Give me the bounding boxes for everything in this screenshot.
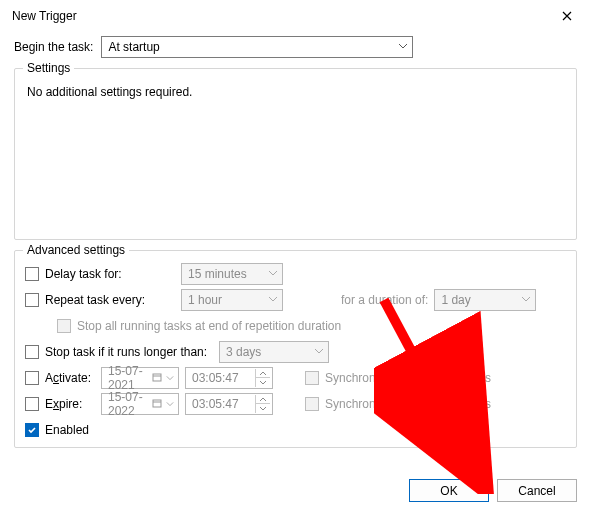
stop-longer-combo[interactable]: 3 days	[219, 341, 329, 363]
repeat-task-combo[interactable]: 1 hour	[181, 289, 283, 311]
activate-time[interactable]: 03:05:47	[185, 367, 273, 389]
enabled-checkbox[interactable]	[25, 423, 39, 437]
close-icon	[562, 11, 572, 21]
settings-message: No additional settings required.	[27, 85, 566, 99]
delay-task-value: 15 minutes	[188, 267, 247, 281]
chevron-down-icon	[164, 397, 174, 411]
chevron-down-icon	[521, 294, 531, 304]
spin-down-icon[interactable]	[256, 378, 270, 387]
advanced-settings-group: Advanced settings Delay task for: 15 min…	[14, 250, 577, 448]
stop-all-checkbox	[57, 319, 71, 333]
svg-rect-0	[153, 374, 161, 381]
spin-up-icon[interactable]	[256, 369, 270, 378]
stop-longer-checkbox[interactable]	[25, 345, 39, 359]
expire-sync-label: Synchronize across time zones	[325, 397, 491, 411]
stop-longer-value: 3 days	[226, 345, 261, 359]
calendar-icon	[152, 397, 164, 411]
activate-sync-checkbox	[305, 371, 319, 385]
chevron-down-icon	[268, 294, 278, 304]
expire-date[interactable]: 15-07-2022	[101, 393, 179, 415]
titlebar: New Trigger	[0, 0, 591, 32]
expire-checkbox[interactable]	[25, 397, 39, 411]
time-spinner[interactable]	[255, 369, 270, 387]
delay-task-combo[interactable]: 15 minutes	[181, 263, 283, 285]
window-title: New Trigger	[12, 9, 77, 23]
activate-date[interactable]: 15-07-2021	[101, 367, 179, 389]
settings-legend: Settings	[23, 61, 74, 75]
dialog-buttons: OK Cancel	[409, 479, 577, 502]
delay-task-label: Delay task for:	[45, 267, 122, 281]
expire-time-value: 03:05:47	[192, 397, 239, 411]
expire-sync-checkbox	[305, 397, 319, 411]
begin-task-select[interactable]: At startup	[101, 36, 413, 58]
ok-button[interactable]: OK	[409, 479, 489, 502]
chevron-down-icon	[164, 371, 174, 385]
repeat-duration-label: for a duration of:	[341, 293, 428, 307]
activate-sync-label: Synchronize across time zones	[325, 371, 491, 385]
expire-date-value: 15-07-2022	[108, 390, 152, 418]
activate-checkbox[interactable]	[25, 371, 39, 385]
enabled-label: Enabled	[45, 423, 89, 437]
calendar-icon	[152, 371, 164, 385]
delay-task-checkbox[interactable]	[25, 267, 39, 281]
expire-label: Expire:	[45, 397, 82, 411]
spin-down-icon[interactable]	[256, 404, 270, 413]
activate-time-value: 03:05:47	[192, 371, 239, 385]
settings-group: Settings No additional settings required…	[14, 68, 577, 240]
repeat-task-value: 1 hour	[188, 293, 222, 307]
repeat-duration-combo[interactable]: 1 day	[434, 289, 536, 311]
activate-date-value: 15-07-2021	[108, 364, 152, 392]
time-spinner[interactable]	[255, 395, 270, 413]
svg-rect-2	[153, 400, 161, 407]
chevron-down-icon	[398, 41, 408, 51]
repeat-task-label: Repeat task every:	[45, 293, 145, 307]
stop-longer-label: Stop task if it runs longer than:	[45, 345, 207, 359]
close-button[interactable]	[553, 6, 581, 26]
chevron-down-icon	[268, 268, 278, 278]
chevron-down-icon	[314, 346, 324, 356]
begin-task-label: Begin the task:	[14, 40, 93, 54]
repeat-duration-value: 1 day	[441, 293, 470, 307]
advanced-legend: Advanced settings	[23, 243, 129, 257]
begin-task-value: At startup	[108, 40, 159, 54]
repeat-task-checkbox[interactable]	[25, 293, 39, 307]
spin-up-icon[interactable]	[256, 395, 270, 404]
cancel-button[interactable]: Cancel	[497, 479, 577, 502]
activate-label: Activate:	[45, 371, 91, 385]
expire-time[interactable]: 03:05:47	[185, 393, 273, 415]
stop-all-label: Stop all running tasks at end of repetit…	[77, 319, 341, 333]
begin-task-row: Begin the task: At startup	[14, 36, 577, 58]
check-icon	[27, 425, 37, 435]
